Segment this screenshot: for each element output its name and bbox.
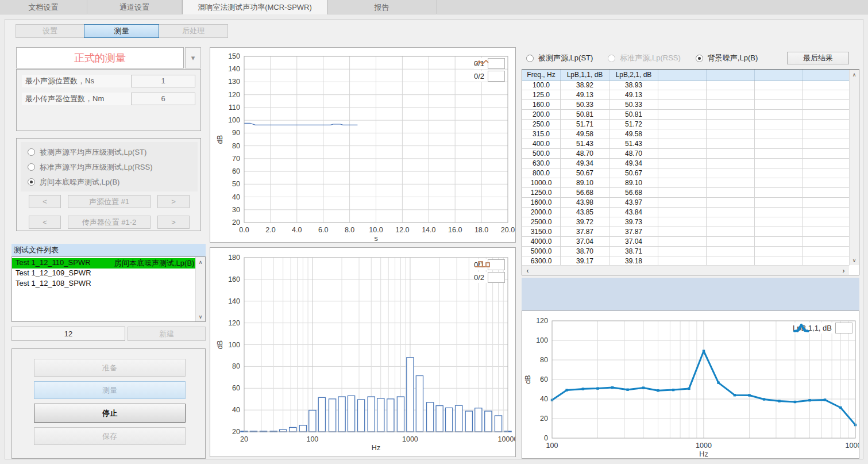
source-radio[interactable]: 背景噪声,Lp(B) [696, 53, 758, 63]
column-header[interactable] [755, 70, 803, 80]
table-cell [707, 139, 755, 148]
table-row[interactable]: 125.049.1349.13 [522, 90, 849, 100]
table-row[interactable]: 160.050.3350.33 [522, 100, 849, 110]
column-header[interactable]: LpB,1,1, dB [561, 70, 609, 80]
column-header[interactable]: Freq., Hz [522, 70, 561, 80]
table-cell: 250.0 [522, 120, 561, 129]
tab-document-settings[interactable]: 文档设置 [0, 0, 87, 14]
test-type-radio[interactable]: 被测声源平均声压级测试,Lp(ST) [28, 147, 198, 157]
svg-text:70: 70 [232, 155, 240, 163]
table-row[interactable]: 5000.038.7038.71 [522, 247, 849, 256]
action-button-2[interactable]: 测量 [34, 381, 186, 399]
next-button[interactable]: > [157, 216, 190, 229]
source-radio[interactable]: 被测声源,Lp(ST) [526, 53, 593, 63]
radio-icon[interactable] [696, 55, 703, 62]
radio-label: 背景噪声,Lp(B) [708, 53, 758, 63]
table-row[interactable]: 250.051.7151.72 [522, 120, 849, 129]
table-cell [707, 100, 755, 109]
table-cell [803, 80, 850, 90]
prev-button[interactable]: < [29, 216, 61, 229]
table-row[interactable]: 630.049.3449.34 [522, 159, 849, 168]
table-row[interactable]: 4000.037.0437.04 [522, 237, 849, 247]
table-cell: 49.34 [609, 159, 658, 168]
legend-entry: 0/2 [474, 272, 505, 283]
table-row[interactable]: 200.050.8150.81 [522, 110, 849, 120]
test-number-field[interactable]: 12 [11, 327, 125, 341]
radio-label: 被测声源平均声压级测试,Lp(ST) [40, 147, 146, 158]
table-cell: 49.34 [561, 159, 609, 168]
new-button[interactable]: 新建 [128, 327, 206, 341]
source-radio[interactable]: 标准声源,Lp(RSS) [608, 53, 680, 63]
column-header[interactable] [707, 70, 755, 80]
scroll-up-icon[interactable]: ∧ [196, 258, 205, 266]
file-list-scrollbar[interactable]: ∧ ∨ [195, 257, 205, 321]
scroll-left-icon[interactable]: ‹ [523, 266, 532, 275]
radio-icon[interactable] [28, 178, 35, 186]
svg-text:120: 120 [228, 319, 240, 327]
param-value-field[interactable]: 6 [131, 93, 195, 105]
table-v-scrollbar[interactable]: ∧ ∨ [849, 70, 859, 265]
table-cell: 51.71 [561, 120, 609, 129]
table-cell [658, 100, 707, 109]
chevron-down-icon[interactable]: ▾ [185, 47, 201, 68]
spacer-panel [522, 278, 859, 310]
svg-text:20: 20 [240, 435, 248, 443]
position-label-button[interactable]: 传声器位置 #1-2 [68, 216, 151, 229]
tab-mcr-spwr[interactable]: 混响室法测试声功率(MCR-SPWR) [182, 0, 327, 14]
subtab-settings[interactable]: 设置 [16, 24, 84, 38]
svg-text:120: 120 [536, 317, 548, 325]
table-row[interactable]: 500.048.7048.70 [522, 149, 849, 159]
table-row[interactable]: 2000.043.8543.84 [522, 208, 849, 217]
scroll-up-icon[interactable]: ∧ [850, 70, 859, 79]
test-type-radio[interactable]: 标准声源平均声压级测试,Lp(RSS) [28, 162, 198, 172]
action-button-1[interactable]: 准备 [34, 359, 186, 377]
measurement-mode-dropdown[interactable]: 正式的测量 ▾ [16, 47, 201, 68]
column-header[interactable] [658, 70, 707, 80]
param-value-field[interactable]: 1 [131, 75, 195, 87]
table-row[interactable]: 2500.039.7239.73 [522, 217, 849, 227]
table-cell: 400.0 [522, 139, 561, 148]
table-row[interactable]: 1250.056.6856.68 [522, 188, 849, 198]
radio-icon[interactable] [28, 163, 35, 171]
action-button-3[interactable]: 停止 [34, 404, 186, 423]
list-item[interactable]: Test 1_12_109_SPWR [12, 269, 195, 279]
table-row[interactable]: 800.050.6750.67 [522, 168, 849, 178]
table-cell: 630.0 [522, 159, 561, 168]
table-row[interactable]: 1600.043.9843.97 [522, 198, 849, 208]
list-item[interactable]: Test 1_12_110_SPWR房间本底噪声测试,Lp(B) [12, 258, 195, 269]
action-button-4[interactable]: 保存 [34, 427, 186, 445]
scroll-right-icon[interactable]: › [839, 266, 848, 275]
table-row[interactable]: 3150.037.8737.87 [522, 227, 849, 237]
svg-text:0.0: 0.0 [239, 226, 249, 234]
subtab-postprocess[interactable]: 后处理 [159, 24, 228, 38]
position-label-button[interactable]: 声源位置 #1 [68, 195, 151, 208]
table-row[interactable]: 1000.089.1089.10 [522, 178, 849, 188]
tab-channel-settings[interactable]: 通道设置 [87, 0, 182, 14]
last-result-button[interactable]: 最后结果 [787, 52, 849, 64]
scroll-down-icon[interactable]: ∨ [196, 312, 205, 321]
column-header[interactable] [803, 70, 850, 80]
scroll-down-icon[interactable]: ∨ [850, 256, 859, 264]
table-cell: 39.72 [561, 217, 609, 227]
prev-button[interactable]: < [29, 195, 61, 208]
measurement-mode-value[interactable]: 正式的测量 [16, 47, 184, 68]
list-item[interactable]: Test 1_12_108_SPWR [12, 279, 195, 289]
table-cell: 51.72 [609, 120, 658, 129]
table-row[interactable]: 100.038.9238.93 [522, 80, 849, 90]
radio-icon[interactable] [608, 55, 615, 62]
tab-report[interactable]: 报告 [327, 0, 437, 14]
radio-icon[interactable] [526, 55, 534, 62]
table-cell [658, 139, 707, 148]
radio-icon[interactable] [28, 148, 35, 156]
table-cell [658, 149, 707, 158]
svg-text:60: 60 [540, 375, 548, 384]
column-header[interactable]: LpB,2,1, dB [609, 70, 658, 80]
test-type-radio[interactable]: 房间本底噪声测试,Lp(B) [28, 177, 198, 187]
subtab-measure[interactable]: 测量 [84, 24, 159, 38]
table-row[interactable]: 400.051.4351.43 [522, 139, 849, 149]
next-button[interactable]: > [157, 195, 190, 208]
table-h-scrollbar[interactable]: ‹ › [522, 265, 849, 275]
param-row: 最小声源位置数，Ns1 [22, 75, 195, 87]
table-row[interactable]: 315.049.5849.58 [522, 129, 849, 139]
table-cell [658, 168, 707, 178]
